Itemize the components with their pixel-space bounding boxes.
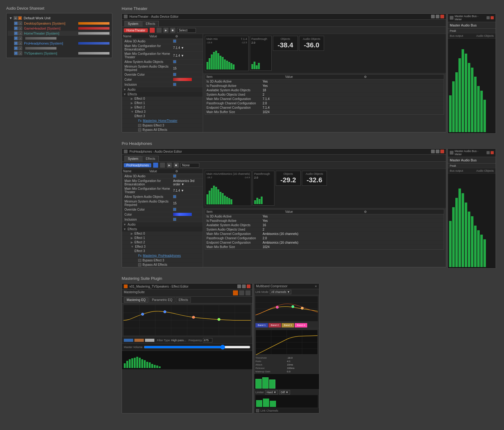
cb-link-channels[interactable] xyxy=(256,409,259,412)
ph-prop-sysobjs[interactable]: Allow System Audio Objects xyxy=(122,194,203,199)
ht-effect2[interactable]: ▶ Effect 2 xyxy=(122,105,203,110)
mastering-tb-btn1[interactable] xyxy=(233,290,238,295)
effect0-arrow: ▶ xyxy=(131,97,133,100)
ht-effect1[interactable]: ▶ Effect 1 xyxy=(122,101,203,105)
ht-prop-minobjreq[interactable]: Minimum System Audio Objects Required 15 xyxy=(122,64,203,72)
ht-prop-minobjreq-name: Minimum System Audio Objects Required xyxy=(123,65,173,72)
ph-tb-btn2[interactable] xyxy=(160,163,165,168)
master-bus-btn1-ht[interactable] xyxy=(487,16,490,19)
ph-bar9 xyxy=(224,196,226,204)
ph-play-btn[interactable]: ▶ xyxy=(167,163,172,168)
mastering-freq-input[interactable] xyxy=(203,338,212,342)
info-search[interactable]: ⚙ xyxy=(364,75,443,79)
mainmix-db1: -13.8 xyxy=(206,41,212,44)
hometheater-tab-effects[interactable]: Effects xyxy=(142,21,158,26)
item-icon-cb5: ☑ xyxy=(14,41,18,45)
mastering-close-btn[interactable] xyxy=(247,284,250,288)
bar2 xyxy=(209,58,211,69)
ph-prop-color[interactable]: Color xyxy=(122,212,203,217)
tree-item-proheadphones[interactable]: ☑ ♪ ProHeadphones [System] xyxy=(8,41,111,46)
ph-prop-minobjreq[interactable]: Minimum System Audio Objects Required 15 xyxy=(122,199,203,207)
tree-item-hometheater[interactable]: ☑ ♪ HomeTheater [System] xyxy=(8,31,111,36)
hometheater-min-btn[interactable] xyxy=(431,15,435,18)
ph-prop-3daudio[interactable]: Allow 3D Audio xyxy=(122,174,203,179)
ph-prop-override[interactable]: Override Color xyxy=(122,207,203,212)
master-bus-close-ph[interactable] xyxy=(491,151,494,154)
ph-tb-btn1[interactable] xyxy=(153,163,158,168)
master-bus-btn1-ph[interactable] xyxy=(487,151,490,154)
diff-dropdown[interactable]: Diff ▼ xyxy=(279,390,290,394)
ht-prop-inclusion[interactable]: Inclusion xyxy=(122,82,203,87)
mastering-max-btn[interactable] xyxy=(242,284,246,288)
band-4-btn[interactable]: Band 4 xyxy=(295,323,307,327)
hometheater-tb-btn2[interactable] xyxy=(157,28,162,33)
ht-effect0[interactable]: ▶ Effect 0 xyxy=(122,97,203,101)
ph-close-btn[interactable] xyxy=(440,150,444,153)
ht-audio-section[interactable]: ▼ Audio xyxy=(122,87,203,92)
props-search-btn[interactable]: ⚙ xyxy=(175,35,201,38)
tree-root[interactable]: ▼ W H Default Work Unit xyxy=(8,15,111,21)
ph-effects-section[interactable]: ▼ Effects xyxy=(122,227,203,232)
info-col-value: Value xyxy=(285,75,364,79)
ht-bypass-effect3[interactable]: Bypass Effect 3 xyxy=(122,123,203,128)
ph-props-search[interactable]: ⚙ xyxy=(175,170,201,173)
mastering-master-slider[interactable] xyxy=(144,345,250,350)
ph-effect1[interactable]: ▶ Effect 1 xyxy=(122,236,203,240)
mastering-tb-btn2[interactable] xyxy=(239,290,244,295)
hometheater-play-btn[interactable]: ▶ xyxy=(163,28,168,33)
hometheater-max-btn[interactable] xyxy=(436,15,439,18)
master-bus-close-ht[interactable] xyxy=(491,16,494,19)
ph-stop-btn[interactable]: ⏹ xyxy=(174,163,179,168)
tree-item-desktopspeakers[interactable]: ☑ ♪ DesktopSpeakers [System] xyxy=(8,21,111,26)
mastering-tab-effects[interactable]: Effects xyxy=(176,297,191,303)
mastering-tb-btn3[interactable] xyxy=(245,290,250,295)
ph-audio-section[interactable]: ▼ Audio xyxy=(122,222,203,227)
ht-prop-override[interactable]: Override Color xyxy=(122,72,203,77)
mastering-tab-eq[interactable]: Mastering EQ xyxy=(124,297,148,303)
mode-dropdown[interactable]: Hard ▼ xyxy=(265,390,278,394)
tree-item-gameheadset[interactable]: ☑ ♪ GameHeadset [System] xyxy=(8,26,111,31)
ht-prop-ht[interactable]: Main Mix Configuration for Home Theater … xyxy=(122,52,203,60)
ht-effect3[interactable]: ▼ Effect 3 xyxy=(122,110,203,114)
hometheater-tab-system[interactable]: System xyxy=(124,21,142,26)
band-1-btn[interactable]: Band 1 xyxy=(255,323,268,327)
mastering-min-btn[interactable] xyxy=(237,284,241,288)
ph-effect0[interactable]: ▶ Effect 0 xyxy=(122,232,203,236)
hometheater-select-input[interactable] xyxy=(177,28,196,33)
ph-info-search[interactable]: ⚙ xyxy=(364,210,443,213)
ph-prop-inclusion[interactable]: Inclusion xyxy=(122,217,203,222)
ph-bypass-all[interactable]: Bypass All Effects xyxy=(122,263,203,267)
ph-max-btn[interactable] xyxy=(436,150,439,153)
ht-prop-binom[interactable]: Main Mix Configuration for Binauralizati… xyxy=(122,44,203,52)
ph-info-avail-v: 16 xyxy=(263,223,443,227)
band-2-btn[interactable]: Band 2 xyxy=(269,323,281,327)
ph-prop-3daudio-name: Allow 3D Audio xyxy=(123,174,173,178)
empty1-colorbar xyxy=(25,37,56,40)
mastering-tab-other[interactable]: Parametric EQ xyxy=(149,297,175,303)
ph-tab-system[interactable]: System xyxy=(124,156,142,161)
ht-prop-color[interactable]: Color xyxy=(122,77,203,82)
ph-bypass-effect3[interactable]: Bypass Effect 3 xyxy=(122,258,203,263)
ht-effect3-plugin[interactable]: Fx Mastering_HomeTheater xyxy=(122,118,203,123)
hometheater-tb-btn1[interactable] xyxy=(150,28,155,33)
ph-prop-ht[interactable]: Main Mix Configuration for Home Theater … xyxy=(122,187,203,194)
ph-min-btn[interactable] xyxy=(431,150,435,153)
ph-prop-binom[interactable]: Main Mix Configuration for Binauralizati… xyxy=(122,179,203,187)
ph-select-input[interactable] xyxy=(181,163,199,168)
multiband-link-dropdown[interactable]: All channels ▼ xyxy=(270,290,292,294)
hometheater-stop-btn[interactable]: ⏹ xyxy=(170,28,175,33)
ht-bypass-all[interactable]: Bypass All Effects xyxy=(122,128,203,132)
ht-prop-sysobjs[interactable]: Allow System Audio Objects xyxy=(122,60,203,64)
band-3-btn[interactable]: Band 3 xyxy=(282,323,294,327)
ph-effect2[interactable]: ▶ Effect 2 xyxy=(122,240,203,245)
tree-item-tvspeakers[interactable]: ☑ ♪ TVSpeakers [System] xyxy=(8,51,111,56)
multiband-close[interactable]: ✕ xyxy=(315,285,317,288)
ht-plugin-link[interactable]: Mastering_HomeTheater xyxy=(143,119,177,122)
ph-plugin-link[interactable]: Mastering_ProHeadphones xyxy=(143,254,181,257)
hometheater-close-btn[interactable] xyxy=(440,15,444,18)
ph-tab-effects[interactable]: Effects xyxy=(142,156,158,161)
ht-effects-section[interactable]: ▼ Effects xyxy=(122,92,203,97)
ph-effect3-plugin[interactable]: Fx Mastering_ProHeadphones xyxy=(122,253,203,258)
ht-prop-3daudio[interactable]: Allow 3D Audio xyxy=(122,39,203,44)
ph-effect3[interactable]: ▼ Effect 3 xyxy=(122,245,203,249)
